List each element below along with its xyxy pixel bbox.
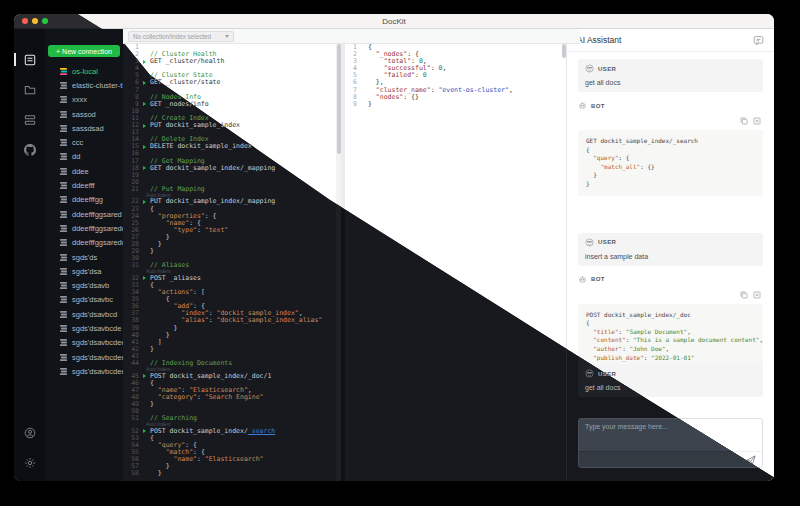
copy-icon[interactable]	[740, 117, 748, 125]
connection-name: sgds'dsavb	[72, 281, 109, 290]
user-avatar-icon	[585, 64, 594, 73]
run-query-arrow[interactable]	[143, 165, 150, 172]
user-message: USER insert a sample data	[578, 233, 763, 266]
run-query-arrow[interactable]	[143, 198, 150, 205]
code-text: GET _cluster/health	[150, 58, 224, 65]
code-line: {	[586, 319, 755, 328]
window-title: DocKit	[14, 17, 774, 26]
code-text: // Aliases	[150, 262, 189, 269]
connection-item[interactable]: ddeefffgg	[45, 193, 123, 207]
connection-name: sassdsad	[72, 124, 104, 133]
code-line: {	[586, 146, 755, 155]
bot-avatar-icon	[578, 275, 587, 284]
line-number: 5	[123, 72, 143, 79]
connection-name: dd	[72, 152, 80, 161]
connection-item[interactable]: xxxx	[45, 93, 123, 107]
code-text: {	[586, 319, 590, 328]
code-text: GET dockit_sample_index/_search	[586, 137, 698, 146]
code-line: }	[586, 171, 755, 180]
run-query-arrow[interactable]	[143, 143, 150, 150]
line-number: 58	[123, 470, 143, 477]
code-line: "publish_date": "2022-01-01"	[586, 354, 755, 363]
code-line: 32POST _aliases	[123, 275, 341, 282]
connection-item[interactable]: sassdsad	[45, 121, 123, 135]
bot-code-block: POST dockit_sample_index/_doc{ "title": …	[578, 304, 763, 370]
code-line: 9}	[345, 101, 566, 108]
run-query-arrow[interactable]	[143, 101, 150, 108]
user-avatar-icon	[585, 369, 594, 378]
connection-item[interactable]: sgds'dsa	[45, 264, 123, 278]
github-icon[interactable]	[23, 143, 36, 156]
files-icon[interactable]	[23, 83, 36, 96]
code-text: DELETE dockit_sample_index	[150, 143, 252, 150]
code-text: POST dockit_sample_index/_search	[150, 428, 275, 435]
run-query-arrow[interactable]	[143, 275, 150, 282]
connection-item[interactable]: sgds'dsavbcdeef	[45, 350, 123, 364]
connection-name: sassod	[72, 110, 96, 119]
connection-item[interactable]: elastic-cluster-tit	[45, 78, 123, 92]
bot-message: BOT GET dockit_sample_index/_search{ "qu…	[578, 101, 763, 196]
connection-item[interactable]: ddeefff	[45, 178, 123, 192]
run-query-arrow[interactable]	[143, 79, 150, 86]
code-text: }	[368, 101, 372, 108]
code-line: "author": "John Doe",	[586, 345, 755, 354]
connection-item[interactable]: ddeefffggsareddsgda...	[45, 236, 123, 250]
insert-code-icon[interactable]	[753, 291, 761, 299]
bot-label: BOT	[591, 103, 605, 109]
connection-item[interactable]: sgds'dsavbcde	[45, 321, 123, 335]
connection-name: xxxx	[72, 95, 87, 104]
connection-item[interactable]: sgds'dsavbcd	[45, 307, 123, 321]
connection-item[interactable]: os-local	[45, 64, 123, 78]
code-line: 58 }	[123, 470, 341, 477]
connection-item[interactable]: dd	[45, 150, 123, 164]
run-query-arrow[interactable]	[143, 373, 150, 380]
connection-name: sgds'dsavbcde	[72, 324, 121, 333]
connection-item[interactable]: sgds'dsavb	[45, 278, 123, 292]
collection-select[interactable]: No collection/index selected	[128, 31, 234, 42]
copy-icon[interactable]	[740, 291, 748, 299]
code-text: POST dockit_sample_index/_doc	[586, 311, 691, 320]
account-icon[interactable]	[23, 426, 36, 439]
line-number: 21	[123, 186, 143, 193]
code-line: "match_all": {}	[586, 163, 755, 172]
code-text: }	[150, 346, 154, 353]
ai-assistant-title: AI Assistant	[577, 35, 621, 45]
connection-name: os-local	[72, 67, 98, 76]
connection-name: ddeefff	[72, 181, 95, 190]
code-line: 48 "category": "Search Engine"	[123, 394, 341, 401]
connection-item[interactable]: ddeefffggsared	[45, 207, 123, 221]
run-query-arrow[interactable]	[143, 58, 150, 65]
bot-label: BOT	[591, 276, 605, 282]
insert-code-icon[interactable]	[753, 117, 761, 125]
connection-item[interactable]: sgds'dsavbcdeefg	[45, 364, 123, 378]
code-text: PUT dockit_sample_index/_mapping	[150, 198, 275, 205]
code-text: "content": "This is a sample document co…	[586, 336, 763, 345]
code-text: }	[150, 470, 162, 477]
connection-item[interactable]: sgds'ds	[45, 250, 123, 264]
feedback-icon[interactable]	[753, 35, 764, 46]
connection-item[interactable]: sassod	[45, 107, 123, 121]
code-text: }	[150, 401, 154, 408]
code-text: "author": "John Doe",	[586, 345, 669, 354]
chevron-down-icon	[225, 35, 229, 38]
code-text: // Indexing Documents	[150, 360, 232, 367]
code-line: "content": "This is a sample document co…	[586, 336, 755, 345]
run-query-arrow[interactable]	[143, 122, 150, 129]
connection-item[interactable]: ddeefffggsareddsgd	[45, 221, 123, 235]
run-query-arrow[interactable]	[143, 428, 150, 435]
code-line: 49}	[123, 401, 341, 408]
code-text: POST dockit_sample_index/_doc/1	[150, 373, 271, 380]
bot-code-block: GET dockit_sample_index/_search{ "query"…	[578, 130, 763, 196]
code-line: 51// Searching	[123, 415, 341, 422]
code-line: 31// Aliases	[123, 262, 341, 269]
backups-icon[interactable]	[23, 113, 36, 126]
new-connection-button[interactable]: + New connection	[48, 45, 120, 57]
connection-item[interactable]: sgds'dsavbc	[45, 293, 123, 307]
connection-item[interactable]: sgds'dsavbcdee	[45, 336, 123, 350]
connections-icon[interactable]	[23, 53, 36, 66]
line-number: 8	[123, 94, 143, 101]
code-line: POST dockit_sample_index/_doc	[586, 311, 755, 320]
connection-item[interactable]: ccc	[45, 135, 123, 149]
connection-item[interactable]: ddee	[45, 164, 123, 178]
settings-icon[interactable]	[23, 456, 36, 469]
